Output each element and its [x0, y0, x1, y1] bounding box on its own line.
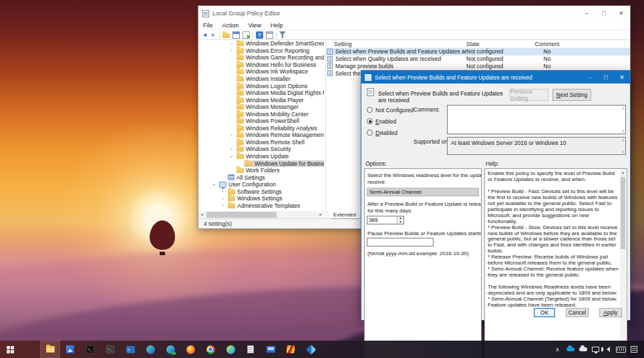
scrollbar-thumb[interactable] [621, 177, 625, 249]
forward-arrow-icon[interactable]: ► [210, 32, 216, 38]
tree-item-windows-mobility-center[interactable]: Windows Mobility Center [198, 110, 324, 118]
tree-item-label: Windows Messenger [246, 104, 299, 110]
tab-extended[interactable]: Extended [327, 211, 363, 219]
scroll-left-icon[interactable]: ◂ [198, 211, 205, 218]
next-setting-button[interactable]: Next Setting [552, 89, 591, 101]
column-comment[interactable]: Comment [512, 41, 583, 47]
comment-textarea[interactable]: ∧ ∨ [447, 105, 626, 134]
tray-cloud-button[interactable] [577, 341, 589, 358]
spinner-down-icon[interactable]: ▼ [397, 220, 404, 224]
tree-item-windows-ink-workspace[interactable]: Windows Ink Workspace [198, 68, 324, 75]
taskbar-photos-button[interactable] [60, 341, 80, 358]
menu-view[interactable]: View [244, 22, 266, 29]
dialog-close-icon[interactable]: ✕ [614, 71, 630, 83]
radio-not-configured[interactable]: Not Configured [367, 104, 414, 116]
table-row[interactable]: Select when Quality Updates are received… [326, 55, 630, 63]
tree-item-windows-installer[interactable]: Windows Installer [198, 75, 324, 83]
gpedit-titlebar[interactable]: Local Group Policy Editor – □ ✕ [198, 6, 630, 21]
tree-item-work-folders[interactable]: Work Folders [198, 167, 324, 174]
comment-label: Comment: [414, 106, 440, 113]
minimize-icon[interactable]: – [578, 6, 595, 21]
back-arrow-icon[interactable]: ◄ [202, 32, 208, 38]
tree-item-windows-hello-for-business[interactable]: Windows Hello for Business [198, 61, 324, 69]
readiness-level-dropdown[interactable]: Semi-Annual Channel [367, 188, 479, 196]
menu-file[interactable]: File [198, 22, 218, 29]
taskbar-file-explorer-button[interactable] [40, 341, 60, 358]
pause-date-input[interactable] [367, 238, 434, 246]
dialog-maximize-icon[interactable]: □ [598, 71, 614, 83]
table-row[interactable]: Manage preview buildsNot configuredNo [326, 63, 630, 70]
folder-icon [236, 154, 244, 159]
table-row[interactable]: Select when Preview Builds and Feature U… [326, 48, 630, 55]
taskbar-firefox-button[interactable] [180, 341, 200, 358]
tree-item-windows-logon-options[interactable]: Windows Logon Options [198, 82, 324, 90]
scroll-down-icon[interactable]: ∨ [622, 150, 625, 154]
cancel-button[interactable]: Cancel [566, 308, 589, 317]
tree-item-windows-remote-management-wi[interactable]: ›Windows Remote Management (Wi [198, 132, 324, 139]
maximize-icon[interactable]: □ [595, 6, 613, 21]
tree-item-windows-error-reporting[interactable]: ›Windows Error Reporting [198, 47, 324, 55]
tree-item-all-settings[interactable]: All Settings [198, 174, 324, 181]
help-icon[interactable]: ? [256, 31, 263, 39]
taskbar-edge-canary-button[interactable] [220, 341, 240, 358]
show-console-tree-icon[interactable] [222, 33, 230, 38]
scroll-up-icon[interactable]: ▴ [620, 170, 626, 176]
taskbar-movies-tv-button[interactable] [261, 341, 281, 358]
properties-icon[interactable] [232, 31, 240, 39]
help-vertical-scrollbar[interactable]: ▴ ▾ [620, 170, 626, 358]
menu-help[interactable]: Help [266, 22, 288, 29]
radio-enabled[interactable]: Enabled [367, 116, 414, 127]
tree-item-windows-powershell[interactable]: Windows PowerShell [198, 118, 324, 125]
tray-onedrive-button[interactable] [564, 341, 577, 358]
tree-item-windows-reliability-analysis[interactable]: Windows Reliability Analysis [198, 125, 324, 132]
scrollbar-thumb[interactable] [206, 212, 277, 218]
taskbar-edge-beta-button[interactable] [160, 341, 180, 358]
tree-item-software-settings[interactable]: ›Software Settings [198, 188, 324, 195]
scroll-down-icon[interactable]: ∨ [622, 129, 625, 133]
ok-button[interactable]: OK [534, 308, 555, 317]
tree-item-windows-messenger[interactable]: Windows Messenger [198, 104, 324, 111]
dialog-titlebar[interactable]: Select when Preview Builds and Feature U… [361, 71, 630, 83]
help-panel: Enable this policy to specify the level … [484, 168, 627, 358]
new-window-icon[interactable] [266, 31, 273, 39]
tree-item-windows-update-for-business[interactable]: Windows Update for Business [198, 160, 324, 167]
taskbar-chrome-button[interactable] [200, 341, 220, 358]
tree-item-windows-game-recording-and-broa[interactable]: Windows Game Recording and Broa [198, 54, 324, 61]
taskbar-notepad-button[interactable] [240, 341, 261, 358]
defer-days-input[interactable] [367, 216, 397, 224]
taskbar-striped-app-button[interactable] [281, 341, 301, 358]
tree-item-windows-media-player[interactable]: Windows Media Player [198, 96, 324, 104]
tray-speaker-button[interactable] [602, 341, 615, 358]
tree-item-administrative-templates[interactable]: ›Administrative Templates [198, 202, 324, 210]
taskbar-edge-button[interactable] [140, 341, 160, 358]
radio-disabled[interactable]: Disabled [367, 127, 414, 138]
tree-item-windows-settings[interactable]: ›Windows Settings [198, 195, 324, 202]
export-list-icon[interactable] [243, 31, 250, 39]
menu-action[interactable]: Action [218, 22, 244, 29]
tree-horizontal-scrollbar[interactable]: ◂ ▸ [198, 211, 324, 218]
tray-network-button[interactable] [589, 341, 602, 358]
column-state[interactable]: State [466, 41, 512, 47]
tree-item-windows-update[interactable]: ›Windows Update [198, 153, 324, 160]
scroll-up-icon[interactable]: ∧ [622, 138, 625, 142]
column-setting[interactable]: Setting [326, 41, 466, 47]
scroll-up-icon[interactable]: ∧ [622, 106, 625, 110]
tray-action-center-button[interactable] [627, 341, 640, 358]
scroll-right-icon[interactable]: ▸ [317, 211, 324, 218]
tree-item-windows-defender-smartscreen[interactable]: ›Windows Defender SmartScreen [198, 40, 324, 47]
taskbar-terminal-dark-button[interactable]: >_ [100, 341, 120, 358]
taskbar-blue-app-button[interactable] [301, 341, 321, 358]
taskbar-command-prompt-button[interactable]: >_ [80, 341, 100, 358]
tray-keyboard-button[interactable] [615, 341, 627, 358]
apply-button[interactable]: Apply [599, 308, 622, 317]
tree-item-windows-security[interactable]: ›Windows Security [198, 146, 324, 153]
taskbar-settings-button[interactable] [20, 341, 40, 358]
start-button[interactable] [0, 341, 20, 358]
tray-chevron-button[interactable]: ∧ [551, 341, 564, 358]
tree-item-windows-media-digital-rights-mana[interactable]: Windows Media Digital Rights Mana [198, 90, 324, 97]
taskbar-powershell-button[interactable]: > [120, 341, 140, 358]
tree-item-user-configuration[interactable]: ›User Configuration [198, 181, 324, 188]
close-icon[interactable]: ✕ [613, 6, 630, 21]
filter-icon[interactable] [279, 31, 286, 38]
tree-item-windows-remote-shell[interactable]: Windows Remote Shell [198, 139, 324, 146]
